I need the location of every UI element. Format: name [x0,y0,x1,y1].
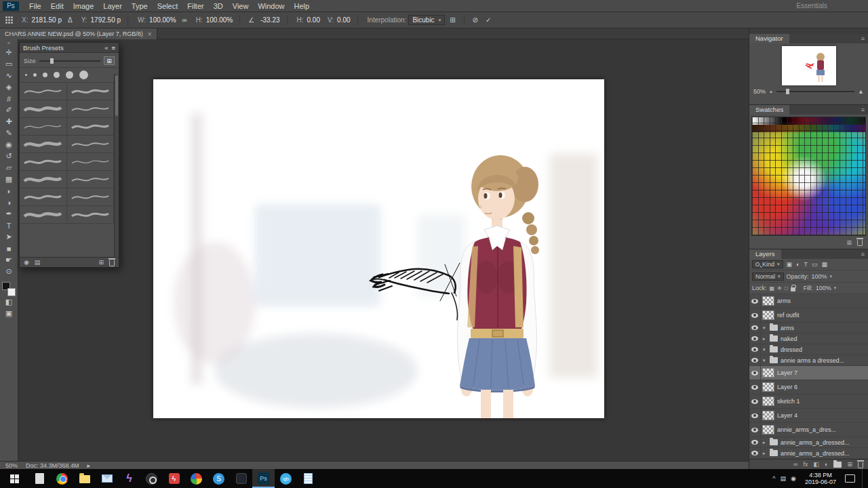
group-row[interactable]: ▾ annie arms a dressed... [749,355,868,366]
layer-row[interactable]: Layer 4 [749,409,868,423]
navigator-zoom-slider[interactable] [776,91,854,92]
menu-layer[interactable]: Layer [98,2,127,10]
document-tab[interactable]: CHARS ANNIE NEW.psd @ 50% (Layer 7, RGB/… [0,28,157,39]
taskbar-red-app[interactable]: ϟ [163,469,185,488]
new-swatch-icon[interactable]: ⊞ [846,239,852,246]
history-brush-tool[interactable]: ↺ [1,150,18,162]
panel-menu-icon[interactable]: ≡ [861,35,868,42]
skew-h-field[interactable]: 0.00 [306,16,321,24]
taskbar-zap-app[interactable]: ϟ [118,469,140,488]
collapse-panel-icon[interactable]: « [104,44,108,52]
visibility-toggle[interactable] [749,294,761,308]
layer-row[interactable]: ref outfit [749,308,868,323]
brush-preset[interactable] [67,188,115,206]
clone-stamp-tool[interactable]: ◉ [1,139,18,150]
disclosure-icon[interactable]: ▸ [763,451,769,456]
layer-thumbnail[interactable] [762,310,774,320]
tab-swatches[interactable]: Swatches [749,105,789,115]
taskbar-dark-app[interactable] [230,469,252,488]
quick-mask-button[interactable]: ◧ [1,296,18,308]
taskbar-wordpad[interactable] [28,469,51,488]
canvas-artwork[interactable] [153,79,604,418]
lock-all-icon[interactable] [791,287,795,291]
taskbar-file-explorer[interactable] [73,469,96,488]
taskbar-skype[interactable]: S [208,469,230,488]
color-swatch-control[interactable] [2,282,16,296]
path-selection-tool[interactable]: ➤ [1,231,18,243]
h-value-field[interactable]: 100.00% [205,16,234,24]
menu-view[interactable]: View [228,2,254,10]
healing-brush-tool[interactable]: ✚ [1,116,18,127]
visibility-toggle[interactable] [749,366,761,380]
group-row[interactable]: ▸ naked [749,333,868,344]
brush-size-slider[interactable] [39,60,100,62]
maintain-aspect-ratio-icon[interactable]: ∞ [180,16,190,24]
disclosure-icon[interactable]: ▾ [763,358,769,363]
visibility-toggle[interactable] [749,308,761,322]
fill-value-field[interactable]: 100% [816,285,831,291]
brush-preset[interactable] [67,206,115,224]
taskbar-photoshop[interactable]: Ps [252,469,275,488]
menu-select[interactable]: Select [153,2,183,10]
group-row[interactable]: ▾ dressed [749,344,868,355]
delete-brush-icon[interactable] [109,260,115,266]
marquee-tool[interactable]: ▭ [1,58,18,70]
visibility-toggle[interactable] [749,344,761,354]
canvas-pasteboard[interactable] [19,39,749,461]
y-value-field[interactable]: 1792.50 p [90,16,123,24]
navigator-zoom-field[interactable]: 50% [753,88,766,95]
commit-transform-button[interactable]: ✓ [483,16,494,24]
reference-point-widget[interactable] [5,16,13,24]
new-layer-icon[interactable]: ⊞ [847,461,852,468]
brush-preset[interactable] [20,100,67,118]
eraser-tool[interactable]: ▱ [1,162,18,174]
zoom-level-field[interactable]: 50% [5,462,18,469]
lock-position-icon[interactable]: ✛ [777,285,782,291]
layer-thumbnail[interactable] [762,396,774,406]
menu-3d[interactable]: 3D [209,2,228,10]
brush-preset[interactable] [20,118,67,136]
menu-help[interactable]: Help [290,2,315,10]
gradient-tool[interactable]: ▦ [1,174,18,185]
close-icon[interactable]: × [148,30,152,38]
show-desktop-button[interactable] [862,469,865,488]
start-button[interactable] [0,469,28,488]
navigator-thumbnail[interactable] [782,46,836,85]
menu-image[interactable]: Image [68,2,99,10]
quick-selection-tool[interactable]: ◈ [1,81,18,93]
visibility-toggle[interactable] [749,409,761,422]
panel-menu-icon[interactable]: ≡ [111,44,115,52]
taskbar-mail[interactable] [96,469,118,488]
menu-file[interactable]: File [24,2,46,10]
new-brush-icon[interactable]: ⊞ [98,259,104,266]
visibility-toggle[interactable] [749,437,761,447]
interpolation-dropdown[interactable]: Bicubic ▾ [408,15,445,25]
adjustment-layer-icon[interactable]: ◐ [825,461,828,468]
brush-preset[interactable] [20,171,67,188]
visibility-toggle[interactable] [749,448,761,458]
warp-mode-toggle[interactable]: ⊞ [447,16,458,24]
tray-icon[interactable]: ▤ [781,475,787,482]
group-row[interactable]: ▸ annie_arms_a_dressed... [749,448,868,459]
type-tool[interactable]: T [1,220,18,231]
layer-thumbnail[interactable] [762,296,774,306]
visibility-toggle[interactable] [749,323,761,333]
hand-tool[interactable]: ☛ [1,254,18,266]
taskbar-photos[interactable] [185,469,208,488]
blur-tool[interactable]: ◗ [1,185,18,197]
visibility-toggle[interactable] [749,423,761,436]
blend-mode-dropdown[interactable]: Normal ▾ [752,272,784,281]
tray-icon[interactable]: ◉ [791,475,796,482]
layer-thumbnail[interactable] [762,411,774,420]
w-value-field[interactable]: 100.00% [148,16,177,24]
filter-pixel-layers-icon[interactable]: ▣ [786,261,793,268]
brush-preset[interactable] [67,83,115,100]
layer-row[interactable]: annie_arms_a_dres... [749,423,868,437]
brush-preset[interactable] [20,153,67,171]
panel-menu-icon[interactable]: ≡ [861,251,868,258]
taskbar-obs[interactable] [140,469,163,488]
filter-type-layers-icon[interactable]: T [803,261,808,268]
disclosure-icon[interactable]: ▾ [763,325,769,331]
eyedropper-tool[interactable]: ✐ [1,104,18,116]
relative-position-button[interactable]: Δ [65,16,75,24]
